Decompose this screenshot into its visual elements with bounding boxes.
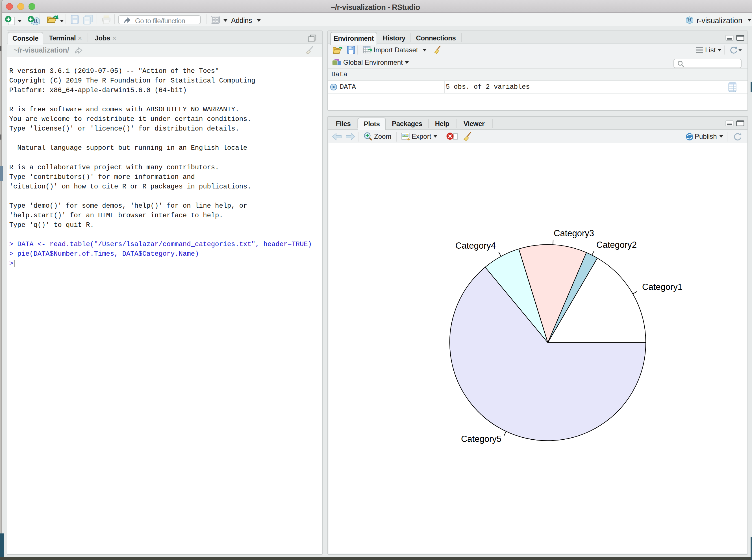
svg-text:Category4: Category4 xyxy=(455,241,496,251)
svg-text:Category2: Category2 xyxy=(596,240,637,250)
svg-text:R: R xyxy=(688,17,692,23)
svg-text:Category1: Category1 xyxy=(642,282,683,292)
svg-text:Category3: Category3 xyxy=(554,228,594,238)
svg-text:R: R xyxy=(34,18,38,24)
svg-text:Category5: Category5 xyxy=(461,434,502,444)
